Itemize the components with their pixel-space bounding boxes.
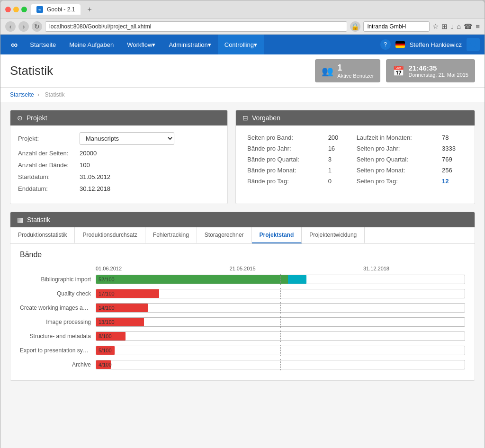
maximize-button[interactable]: [21, 7, 27, 12]
projekt-panel: ⊙ Projekt Projekt: Manuscripts Anzahl de…: [10, 110, 228, 204]
chart-row-label: Create working images and write tiff hea…: [20, 305, 96, 311]
header-widgets: 👥 1 Aktive Benutzer 📅 21:46:35 Donnersta…: [315, 59, 475, 82]
chart-bar-area: 17/100: [96, 289, 465, 298]
language-flag[interactable]: [395, 41, 405, 48]
vorgaben-col-value2: 769: [438, 154, 467, 165]
nav-workflow[interactable]: Workflow ▾: [120, 35, 162, 54]
vorgaben-panel-header: ⊟ Vorgaben: [236, 110, 475, 125]
tab-projektstand[interactable]: Projektstand: [252, 227, 302, 243]
startdatum-row: Startdatum: 31.05.2012: [18, 173, 220, 180]
projekt-label: Projekt:: [18, 135, 80, 142]
chart-row: Image processing13/100: [20, 317, 465, 327]
breadcrumb-home[interactable]: Startseite: [10, 91, 34, 98]
app-container: ∞ Startseite Meine Aufgaben Workflow ▾ A…: [0, 35, 485, 448]
vorgaben-col-value2: 3333: [438, 143, 467, 154]
vorgaben-col-label: Seiten pro Band:: [243, 132, 324, 143]
chart-row-label: Image processing: [20, 319, 96, 325]
help-button[interactable]: ?: [380, 39, 391, 50]
nav-right: ? Steffen Hankiewicz 👤: [380, 38, 480, 51]
current-date: Donnerstag, 21. Mai 2015: [408, 72, 468, 78]
vorgaben-col-value: 0: [324, 176, 353, 187]
vorgaben-table: Seiten pro Band: 200 Laufzeit in Monaten…: [243, 132, 467, 187]
vorgaben-icon: ⊟: [242, 114, 248, 122]
projekt-select[interactable]: Manuscripts: [80, 132, 174, 145]
page-header: Statistik 👥 1 Aktive Benutzer 📅 21:46:35…: [0, 54, 485, 88]
current-time: 21:46:35: [408, 64, 468, 72]
app-logo: ∞: [5, 39, 23, 50]
forward-button[interactable]: ›: [18, 21, 29, 32]
active-users-widget: 👥 1 Aktive Benutzer: [315, 59, 380, 82]
browser-addressbar: ‹ › ↻ 🔒 ☆ ⊞ ↓ ⌂ ☎ ≡: [0, 19, 485, 35]
nav-controlling[interactable]: Controlling ▾: [218, 35, 264, 54]
tab-projektentwicklung[interactable]: Projektentwicklung: [302, 227, 365, 243]
vorgaben-body: Seiten pro Band: 200 Laufzeit in Monaten…: [236, 125, 475, 193]
baende-value: 100: [80, 161, 90, 169]
enddatum-row: Enddatum: 30.12.2018: [18, 185, 220, 192]
ssl-icon: 🔒: [350, 21, 360, 32]
chart-row: Export to presentation system5/100: [20, 345, 465, 356]
tab-storagerechner[interactable]: Storagerechner: [197, 227, 252, 243]
download-icon[interactable]: ↓: [450, 22, 454, 31]
projekt-panel-title: Projekt: [27, 114, 47, 122]
vorgaben-row: Seiten pro Band: 200 Laufzeit in Monaten…: [243, 132, 467, 143]
chart-bar-area: 4/100: [96, 360, 465, 369]
user-avatar[interactable]: 👤: [467, 38, 480, 51]
date-end: 31.12.2018: [363, 266, 389, 271]
tab-produktionsstatistik[interactable]: Produktionsstatistik: [10, 227, 75, 243]
vorgaben-col-value2: 12: [438, 176, 467, 187]
address-bar[interactable]: [45, 21, 347, 32]
downloads-icon[interactable]: ⊞: [441, 22, 448, 31]
statistik-panel-header: ▦ Statistik: [10, 212, 475, 227]
menu-icon[interactable]: ≡: [476, 22, 480, 31]
breadcrumb: Startseite › Statistik: [0, 88, 485, 102]
vorgaben-col-label2: Laufzeit in Monaten:: [353, 132, 438, 143]
startdatum-label: Startdatum:: [18, 173, 80, 180]
close-button[interactable]: [5, 7, 11, 12]
vorgaben-col-label: Bände pro Tag:: [243, 176, 324, 187]
users-count: 1: [337, 63, 374, 73]
new-tab-button[interactable]: +: [84, 4, 94, 15]
projekt-body: Projekt: Manuscripts Anzahl der Seiten: …: [10, 125, 227, 204]
baende-title: Bände: [20, 251, 465, 259]
projekt-panel-header: ⊙ Projekt: [10, 110, 227, 125]
baende-label: Anzahl der Bände:: [18, 161, 80, 169]
window-controls: [5, 7, 27, 12]
vorgaben-col-label: Bände pro Quartal:: [243, 154, 324, 165]
chart-bar-area: 13/100: [96, 317, 465, 327]
vorgaben-row: Bände pro Monat: 1 Seiten pro Monat: 256: [243, 165, 467, 176]
nav-meine-aufgaben[interactable]: Meine Aufgaben: [63, 35, 120, 54]
back-button[interactable]: ‹: [5, 21, 16, 32]
chart-row: Quality check17/100: [20, 288, 465, 299]
calendar-icon: 📅: [393, 65, 404, 77]
nav-administration[interactable]: Administration ▾: [162, 35, 217, 54]
browser-tab[interactable]: ∞ Goobi - 2.1: [31, 4, 81, 15]
vorgaben-col-value: 3: [324, 154, 353, 165]
search-bar[interactable]: [363, 21, 430, 32]
seiten-label: Anzahl der Seiten:: [18, 150, 80, 157]
stat-content: Bände 01.06.2012 21.05.2015 31.12.2018 B…: [10, 244, 475, 380]
home-icon[interactable]: ⌂: [457, 22, 461, 31]
vorgaben-row: Bände pro Tag: 0 Seiten pro Tag: 12: [243, 176, 467, 187]
date-mid: 21.05.2015: [229, 266, 255, 271]
vorgaben-col-value: 1: [324, 165, 353, 176]
chart-row-label: Quality check: [20, 290, 96, 297]
nav-startseite[interactable]: Startseite: [23, 35, 63, 54]
tab-produktionsdurchsatz[interactable]: Produktionsdurchsatz: [75, 227, 145, 243]
nav-controlling-arrow: ▾: [254, 41, 257, 48]
nav-workflow-arrow: ▾: [152, 41, 155, 48]
extensions-icon[interactable]: ☎: [464, 22, 473, 31]
username-label[interactable]: Steffen Hankiewicz: [410, 41, 462, 48]
bookmark-icon[interactable]: ☆: [432, 22, 439, 31]
chart-row-label: Structure- and metadata: [20, 333, 96, 340]
refresh-button[interactable]: ↻: [32, 21, 42, 32]
tab-fehlertracking[interactable]: Fehlertracking: [145, 227, 197, 243]
projekt-select-row: Projekt: Manuscripts: [18, 132, 220, 145]
baende-row: Anzahl der Bände: 100: [18, 161, 220, 169]
vorgaben-col-label2: Seiten pro Quartal:: [353, 154, 438, 165]
chart-row: Bibliographic import52/100: [20, 274, 465, 285]
nav-workflow-label: Workflow: [127, 41, 152, 48]
vorgaben-col-label2: Seiten pro Monat:: [353, 165, 438, 176]
vorgaben-col-label2: Seiten pro Jahr:: [353, 143, 438, 154]
page-title: Statistik: [10, 63, 53, 78]
minimize-button[interactable]: [13, 7, 19, 12]
